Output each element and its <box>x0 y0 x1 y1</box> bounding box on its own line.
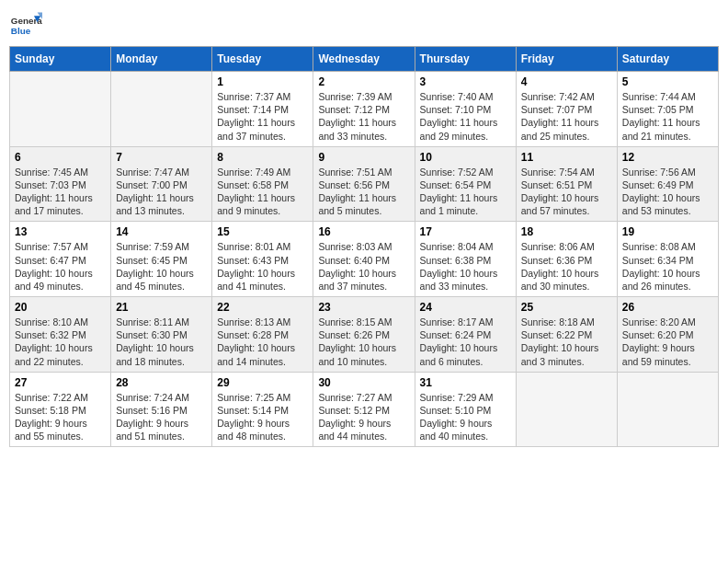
calendar-cell: 11Sunrise: 7:54 AMSunset: 6:51 PMDayligh… <box>516 146 617 222</box>
calendar-header-wednesday: Wednesday <box>313 47 415 72</box>
calendar-cell: 16Sunrise: 8:03 AMSunset: 6:40 PMDayligh… <box>313 222 415 297</box>
calendar-table: SundayMondayTuesdayWednesdayThursdayFrid… <box>9 46 719 447</box>
cell-info: Sunrise: 7:47 AMSunset: 7:00 PMDaylight:… <box>116 167 194 217</box>
calendar-cell: 18Sunrise: 8:06 AMSunset: 6:36 PMDayligh… <box>516 222 617 297</box>
day-number: 19 <box>622 225 713 238</box>
day-number: 23 <box>318 301 409 314</box>
calendar-cell: 13Sunrise: 7:57 AMSunset: 6:47 PMDayligh… <box>10 222 111 297</box>
calendar-cell: 17Sunrise: 8:04 AMSunset: 6:38 PMDayligh… <box>415 222 516 297</box>
day-number: 13 <box>15 225 106 238</box>
calendar-cell: 20Sunrise: 8:10 AMSunset: 6:32 PMDayligh… <box>10 297 111 373</box>
calendar-cell <box>111 72 212 147</box>
cell-info: Sunrise: 7:29 AMSunset: 5:10 PMDaylight:… <box>420 392 494 442</box>
cell-info: Sunrise: 8:13 AMSunset: 6:28 PMDaylight:… <box>217 316 295 367</box>
calendar-cell <box>516 372 617 447</box>
cell-info: Sunrise: 7:54 AMSunset: 6:51 PMDaylight:… <box>521 167 599 217</box>
calendar-header-thursday: Thursday <box>415 47 516 72</box>
calendar-cell: 7Sunrise: 7:47 AMSunset: 7:00 PMDaylight… <box>111 146 212 222</box>
day-number: 21 <box>116 301 207 314</box>
day-number: 8 <box>217 151 308 164</box>
calendar-cell: 29Sunrise: 7:25 AMSunset: 5:14 PMDayligh… <box>212 372 313 447</box>
calendar-week-row: 13Sunrise: 7:57 AMSunset: 6:47 PMDayligh… <box>10 222 719 297</box>
calendar-cell: 12Sunrise: 7:56 AMSunset: 6:49 PMDayligh… <box>617 146 718 222</box>
calendar-cell: 28Sunrise: 7:24 AMSunset: 5:16 PMDayligh… <box>111 372 212 447</box>
page-header: General Blue <box>9 9 719 42</box>
calendar-cell <box>617 372 718 447</box>
cell-info: Sunrise: 7:39 AMSunset: 7:12 PMDaylight:… <box>318 91 396 142</box>
calendar-cell: 14Sunrise: 7:59 AMSunset: 6:45 PMDayligh… <box>111 222 212 297</box>
day-number: 29 <box>217 376 308 389</box>
cell-info: Sunrise: 8:17 AMSunset: 6:24 PMDaylight:… <box>420 316 498 367</box>
calendar-cell: 15Sunrise: 8:01 AMSunset: 6:43 PMDayligh… <box>212 222 313 297</box>
calendar-cell: 8Sunrise: 7:49 AMSunset: 6:58 PMDaylight… <box>212 146 313 222</box>
cell-info: Sunrise: 8:11 AMSunset: 6:30 PMDaylight:… <box>116 316 194 367</box>
cell-info: Sunrise: 7:52 AMSunset: 6:54 PMDaylight:… <box>420 167 498 217</box>
cell-info: Sunrise: 8:18 AMSunset: 6:22 PMDaylight:… <box>521 316 599 367</box>
calendar-cell: 4Sunrise: 7:42 AMSunset: 7:07 PMDaylight… <box>516 72 617 147</box>
calendar-header-saturday: Saturday <box>617 47 718 72</box>
cell-info: Sunrise: 7:51 AMSunset: 6:56 PMDaylight:… <box>318 167 396 217</box>
day-number: 24 <box>420 301 511 314</box>
day-number: 30 <box>318 376 409 389</box>
calendar-cell: 27Sunrise: 7:22 AMSunset: 5:18 PMDayligh… <box>10 372 111 447</box>
day-number: 22 <box>217 301 308 314</box>
cell-info: Sunrise: 7:25 AMSunset: 5:14 PMDaylight:… <box>217 392 290 442</box>
day-number: 10 <box>420 151 511 164</box>
calendar-cell: 23Sunrise: 8:15 AMSunset: 6:26 PMDayligh… <box>313 297 415 373</box>
cell-info: Sunrise: 7:56 AMSunset: 6:49 PMDaylight:… <box>622 167 700 217</box>
day-number: 1 <box>217 75 308 88</box>
day-number: 7 <box>116 151 207 164</box>
cell-info: Sunrise: 8:20 AMSunset: 6:20 PMDaylight:… <box>622 316 696 367</box>
cell-info: Sunrise: 7:42 AMSunset: 7:07 PMDaylight:… <box>521 91 599 142</box>
calendar-header-monday: Monday <box>111 47 212 72</box>
calendar-cell: 26Sunrise: 8:20 AMSunset: 6:20 PMDayligh… <box>617 297 718 373</box>
cell-info: Sunrise: 7:40 AMSunset: 7:10 PMDaylight:… <box>420 91 498 142</box>
cell-info: Sunrise: 7:24 AMSunset: 5:16 PMDaylight:… <box>116 392 189 442</box>
calendar-cell: 10Sunrise: 7:52 AMSunset: 6:54 PMDayligh… <box>415 146 516 222</box>
day-number: 6 <box>15 151 106 164</box>
cell-info: Sunrise: 7:44 AMSunset: 7:05 PMDaylight:… <box>622 91 700 142</box>
calendar-week-row: 20Sunrise: 8:10 AMSunset: 6:32 PMDayligh… <box>10 297 719 373</box>
calendar-cell: 25Sunrise: 8:18 AMSunset: 6:22 PMDayligh… <box>516 297 617 373</box>
cell-info: Sunrise: 8:10 AMSunset: 6:32 PMDaylight:… <box>15 316 93 367</box>
calendar-week-row: 1Sunrise: 7:37 AMSunset: 7:14 PMDaylight… <box>10 72 719 147</box>
calendar-cell: 22Sunrise: 8:13 AMSunset: 6:28 PMDayligh… <box>212 297 313 373</box>
calendar-cell: 3Sunrise: 7:40 AMSunset: 7:10 PMDaylight… <box>415 72 516 147</box>
calendar-header-sunday: Sunday <box>10 47 111 72</box>
cell-info: Sunrise: 7:49 AMSunset: 6:58 PMDaylight:… <box>217 167 295 217</box>
day-number: 4 <box>521 75 612 88</box>
calendar-cell: 1Sunrise: 7:37 AMSunset: 7:14 PMDaylight… <box>212 72 313 147</box>
cell-info: Sunrise: 7:57 AMSunset: 6:47 PMDaylight:… <box>15 241 93 292</box>
calendar-header-tuesday: Tuesday <box>212 47 313 72</box>
cell-info: Sunrise: 7:59 AMSunset: 6:45 PMDaylight:… <box>116 241 194 292</box>
cell-info: Sunrise: 8:04 AMSunset: 6:38 PMDaylight:… <box>420 241 498 292</box>
cell-info: Sunrise: 7:27 AMSunset: 5:12 PMDaylight:… <box>318 392 392 442</box>
day-number: 17 <box>420 225 511 238</box>
day-number: 9 <box>318 151 409 164</box>
calendar-cell: 5Sunrise: 7:44 AMSunset: 7:05 PMDaylight… <box>617 72 718 147</box>
day-number: 27 <box>15 376 106 389</box>
day-number: 3 <box>420 75 511 88</box>
cell-info: Sunrise: 8:03 AMSunset: 6:40 PMDaylight:… <box>318 241 396 292</box>
day-number: 16 <box>318 225 409 238</box>
logo: General Blue <box>9 9 46 42</box>
day-number: 26 <box>622 301 713 314</box>
day-number: 15 <box>217 225 308 238</box>
day-number: 18 <box>521 225 612 238</box>
svg-text:Blue: Blue <box>11 26 31 36</box>
cell-info: Sunrise: 8:15 AMSunset: 6:26 PMDaylight:… <box>318 316 396 367</box>
day-number: 11 <box>521 151 612 164</box>
calendar-header-friday: Friday <box>516 47 617 72</box>
cell-info: Sunrise: 7:37 AMSunset: 7:14 PMDaylight:… <box>217 91 295 142</box>
logo-icon: General Blue <box>9 9 42 42</box>
day-number: 31 <box>420 376 511 389</box>
calendar-cell: 24Sunrise: 8:17 AMSunset: 6:24 PMDayligh… <box>415 297 516 373</box>
calendar-cell: 30Sunrise: 7:27 AMSunset: 5:12 PMDayligh… <box>313 372 415 447</box>
day-number: 14 <box>116 225 207 238</box>
calendar-cell: 2Sunrise: 7:39 AMSunset: 7:12 PMDaylight… <box>313 72 415 147</box>
day-number: 12 <box>622 151 713 164</box>
calendar-cell: 21Sunrise: 8:11 AMSunset: 6:30 PMDayligh… <box>111 297 212 373</box>
calendar-week-row: 6Sunrise: 7:45 AMSunset: 7:03 PMDaylight… <box>10 146 719 222</box>
calendar-cell: 19Sunrise: 8:08 AMSunset: 6:34 PMDayligh… <box>617 222 718 297</box>
calendar-cell <box>10 72 111 147</box>
